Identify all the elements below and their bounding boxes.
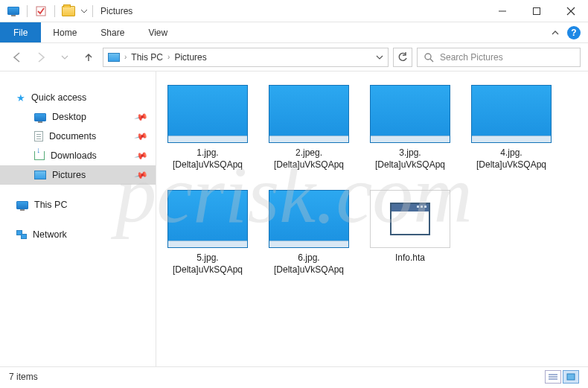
- file-thumbnail: [370, 85, 450, 143]
- help-button[interactable]: ?: [567, 26, 581, 39]
- breadcrumb-this-pc[interactable]: This PC: [131, 52, 163, 63]
- minimize-button[interactable]: [485, 0, 520, 22]
- svg-rect-2: [534, 7, 540, 14]
- sidebar-item-label: Network: [33, 229, 67, 240]
- star-icon: ★: [16, 92, 25, 104]
- back-button[interactable]: [7, 48, 27, 67]
- file-thumbnail: [269, 85, 349, 143]
- separator: [54, 5, 55, 17]
- explorer-body: ★ Quick access Desktop 📌 Documents 📌 Dow…: [0, 71, 588, 366]
- svg-point-5: [425, 54, 431, 60]
- svg-rect-0: [36, 7, 45, 16]
- sidebar-item-label: Desktop: [52, 112, 86, 122]
- chevron-right-icon[interactable]: ›: [124, 53, 127, 61]
- separator: [27, 5, 28, 17]
- thumbnails-view-button[interactable]: [563, 370, 579, 384]
- sidebar-this-pc[interactable]: This PC: [0, 195, 156, 214]
- network-icon: [16, 230, 27, 239]
- sidebar-item-label: Downloads: [51, 150, 97, 161]
- details-view-button[interactable]: [545, 370, 561, 384]
- pin-icon: 📌: [134, 168, 149, 182]
- forward-button[interactable]: [31, 48, 51, 67]
- sidebar-item-downloads[interactable]: Downloads 📌: [0, 146, 156, 165]
- breadcrumb-label: Pictures: [174, 52, 206, 63]
- pin-icon: 📌: [134, 109, 149, 124]
- sidebar-item-label: This PC: [34, 200, 67, 210]
- tab-home[interactable]: Home: [41, 22, 89, 42]
- pictures-icon: [34, 171, 46, 179]
- file-name: 6.jpg.[Delta]uVkSQApq: [264, 252, 354, 276]
- file-tab[interactable]: File: [0, 22, 41, 42]
- document-icon: [34, 131, 43, 141]
- file-name: Info.hta: [365, 252, 455, 264]
- sidebar-item-label: Pictures: [52, 170, 86, 180]
- file-thumbnail: [269, 190, 349, 248]
- address-bar[interactable]: › This PC › Pictures: [103, 48, 389, 67]
- file-thumbnail: [370, 190, 450, 248]
- desktop-icon: [34, 113, 46, 121]
- maximize-button[interactable]: [520, 0, 554, 22]
- pin-icon: 📌: [134, 148, 149, 163]
- pc-icon: [16, 201, 28, 209]
- file-thumbnail: [471, 85, 552, 143]
- downloads-icon: [34, 151, 45, 160]
- file-item[interactable]: 1.jpg.[Delta]uVkSQApq: [167, 85, 249, 171]
- file-item[interactable]: 4.jpg.[Delta]uVkSQApq: [470, 85, 552, 171]
- sidebar-item-label: Quick access: [31, 92, 86, 103]
- file-thumbnail: [167, 85, 248, 143]
- tab-view[interactable]: View: [136, 22, 179, 42]
- status-bar: 7 items: [0, 366, 588, 386]
- search-placeholder: Search Pictures: [440, 52, 503, 63]
- file-name: 4.jpg.[Delta]uVkSQApq: [467, 147, 556, 171]
- breadcrumb-pictures[interactable]: Pictures: [174, 52, 206, 63]
- file-name: 3.jpg.[Delta]uVkSQApq: [365, 147, 455, 171]
- qat-properties-button[interactable]: [32, 3, 50, 19]
- search-icon: [424, 52, 434, 63]
- svg-rect-10: [567, 374, 575, 380]
- sidebar-item-label: Documents: [49, 131, 96, 141]
- qat-app-icon[interactable]: [4, 3, 22, 19]
- sidebar-quick-access[interactable]: ★ Quick access: [0, 88, 156, 107]
- sidebar-item-documents[interactable]: Documents 📌: [0, 127, 156, 146]
- sidebar-item-desktop[interactable]: Desktop 📌: [0, 107, 156, 127]
- tab-share[interactable]: Share: [89, 22, 136, 42]
- address-dropdown-icon[interactable]: [376, 54, 383, 60]
- file-item[interactable]: 3.jpg.[Delta]uVkSQApq: [369, 85, 451, 171]
- chevron-right-icon[interactable]: ›: [167, 53, 170, 61]
- up-button[interactable]: [79, 48, 98, 67]
- window-title: Pictures: [100, 6, 132, 16]
- sidebar-item-pictures[interactable]: Pictures 📌: [0, 165, 156, 185]
- ribbon-tabs: File Home Share View ?: [0, 22, 588, 43]
- pin-icon: 📌: [134, 129, 149, 144]
- file-grid[interactable]: 1.jpg.[Delta]uVkSQApq2.jpeg.[Delta]uVkSQ…: [156, 71, 588, 366]
- location-icon: [108, 53, 120, 62]
- breadcrumb-label: This PC: [131, 52, 163, 63]
- title-bar: Pictures: [0, 0, 588, 22]
- file-thumbnail: [167, 190, 248, 248]
- file-name: 1.jpg.[Delta]uVkSQApq: [163, 147, 252, 171]
- navigation-bar: › This PC › Pictures Search Pictures: [0, 43, 588, 71]
- separator: [92, 5, 93, 17]
- file-name: 2.jpeg.[Delta]uVkSQApq: [264, 147, 354, 171]
- navigation-pane: ★ Quick access Desktop 📌 Documents 📌 Dow…: [0, 71, 156, 366]
- search-input[interactable]: Search Pictures: [417, 48, 581, 67]
- file-item[interactable]: 6.jpg.[Delta]uVkSQApq: [268, 190, 350, 276]
- file-name: 5.jpg.[Delta]uVkSQApq: [163, 252, 252, 276]
- file-item[interactable]: Info.hta: [369, 190, 451, 276]
- svg-line-6: [430, 59, 433, 62]
- refresh-button[interactable]: [393, 48, 412, 67]
- file-item[interactable]: 2.jpeg.[Delta]uVkSQApq: [268, 85, 350, 171]
- ribbon-collapse-icon[interactable]: [551, 28, 560, 37]
- window-controls: [485, 0, 588, 22]
- sidebar-network[interactable]: Network: [0, 225, 156, 244]
- close-button[interactable]: [554, 0, 588, 22]
- qat-folder-button[interactable]: [60, 3, 77, 19]
- file-item[interactable]: 5.jpg.[Delta]uVkSQApq: [167, 190, 249, 276]
- recent-dropdown-icon[interactable]: [55, 48, 74, 67]
- qat-dropdown-icon[interactable]: [79, 3, 89, 19]
- item-count: 7 items: [9, 372, 38, 382]
- quick-access-toolbar: [0, 3, 89, 19]
